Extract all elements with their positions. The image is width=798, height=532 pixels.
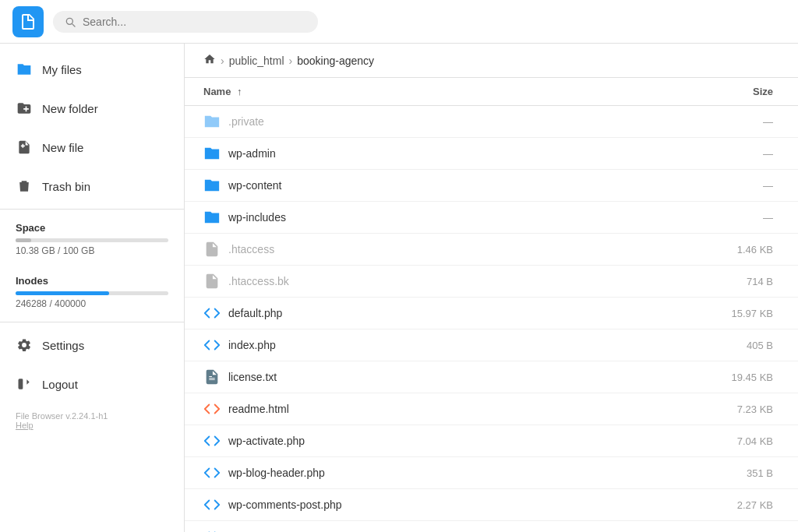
settings-icon — [16, 336, 33, 354]
sidebar-divider-1 — [0, 209, 184, 210]
breadcrumb-public-html[interactable]: public_html — [229, 55, 284, 67]
help-link[interactable]: Help — [16, 421, 34, 430]
file-name: wp-comments-post.php — [228, 499, 342, 511]
version-text: File Browser v.2.24.1-h1 — [16, 411, 168, 421]
table-row[interactable]: wp-includes— — [185, 202, 798, 234]
file-type-icon — [203, 368, 221, 386]
sidebar-logout-label: Logout — [42, 378, 78, 391]
file-type-icon — [203, 273, 221, 290]
file-name-cell: .htaccess.bk — [185, 266, 598, 298]
search-bar[interactable] — [53, 11, 318, 33]
file-name-cell: index.php — [185, 329, 598, 361]
breadcrumb-home[interactable] — [203, 53, 216, 68]
sidebar-item-trash-bin[interactable]: Trash bin — [0, 167, 184, 206]
file-name: wp-includes — [228, 211, 286, 224]
inode-label: Inodes — [16, 275, 168, 287]
file-name: index.php — [228, 339, 276, 351]
file-size: — — [598, 170, 798, 202]
new-file-icon — [16, 139, 33, 156]
space-bar-bg — [16, 238, 168, 242]
logo-icon — [19, 12, 37, 31]
table-row[interactable]: default.php15.97 KB — [185, 298, 798, 329]
search-icon — [64, 16, 76, 28]
file-type-icon — [203, 400, 221, 417]
inode-bar-fill — [16, 291, 109, 295]
sidebar-new-folder-label: New folder — [42, 102, 98, 115]
sidebar-item-new-folder[interactable]: New folder — [0, 89, 184, 128]
file-name: default.php — [228, 307, 282, 319]
file-size: 19.45 KB — [598, 361, 798, 393]
table-row[interactable]: wp-config-sample.php2.94 KB — [185, 521, 798, 533]
sidebar-item-logout[interactable]: Logout — [0, 365, 184, 403]
file-size: — — [598, 138, 798, 170]
table-row[interactable]: license.txt19.45 KB — [185, 361, 798, 393]
file-table: Name ↑ Size .private—wp-admin—wp-content… — [185, 78, 798, 532]
file-type-icon — [203, 528, 221, 532]
sidebar-trash-bin-label: Trash bin — [42, 180, 90, 193]
file-name-cell: wp-admin — [185, 138, 598, 170]
file-name: .htaccess — [228, 243, 274, 255]
sidebar-new-file-label: New file — [42, 141, 83, 154]
table-row[interactable]: wp-blog-header.php351 B — [185, 457, 798, 489]
file-name: wp-activate.php — [228, 435, 305, 447]
new-folder-icon — [16, 100, 33, 117]
table-row[interactable]: wp-activate.php7.04 KB — [185, 425, 798, 457]
file-size: — — [598, 106, 798, 138]
file-name-cell: wp-blog-header.php — [185, 457, 598, 489]
file-name-cell: default.php — [185, 298, 598, 329]
table-row[interactable]: wp-content— — [185, 170, 798, 202]
file-type-icon — [203, 432, 221, 449]
breadcrumb-booking-agency[interactable]: booking-agency — [297, 55, 374, 67]
sidebar-footer: File Browser v.2.24.1-h1 Help — [0, 403, 184, 438]
breadcrumb-sep-1: › — [221, 55, 224, 67]
sidebar-settings-label: Settings — [42, 339, 84, 352]
table-row[interactable]: wp-admin— — [185, 138, 798, 170]
table-row[interactable]: readme.html7.23 KB — [185, 393, 798, 425]
sidebar-item-settings[interactable]: Settings — [0, 326, 184, 365]
table-header: Name ↑ Size — [185, 78, 798, 106]
file-table-wrap: Name ↑ Size .private—wp-admin—wp-content… — [185, 78, 798, 532]
file-name: .htaccess.bk — [228, 275, 289, 287]
file-size: 15.97 KB — [598, 298, 798, 329]
table-row[interactable]: .private— — [185, 106, 798, 138]
file-type-icon — [203, 336, 221, 354]
file-name-cell: readme.html — [185, 393, 598, 425]
file-type-icon — [203, 464, 221, 481]
space-bar-fill — [16, 238, 31, 242]
breadcrumb-sep-2: › — [289, 55, 293, 67]
main-content: › public_html › booking-agency Name ↑ Si… — [185, 44, 798, 532]
file-name: wp-admin — [228, 147, 276, 160]
file-name: license.txt — [228, 371, 277, 383]
col-size[interactable]: Size — [598, 78, 798, 106]
sidebar-my-files-label: My files — [42, 63, 82, 76]
sort-arrow: ↑ — [237, 86, 242, 97]
file-type-icon — [203, 305, 221, 322]
breadcrumb: › public_html › booking-agency — [185, 44, 798, 78]
sidebar-item-my-files[interactable]: My files — [0, 50, 184, 89]
file-name-cell: .htaccess — [185, 234, 598, 266]
table-row[interactable]: .htaccess.bk714 B — [185, 266, 798, 298]
col-name[interactable]: Name ↑ — [185, 78, 598, 106]
file-type-icon — [203, 209, 221, 226]
search-input[interactable] — [83, 16, 307, 28]
space-text: 10.38 GB / 100 GB — [16, 245, 168, 256]
trash-icon — [16, 178, 33, 195]
file-name-cell: wp-comments-post.php — [185, 489, 598, 521]
file-size: 7.04 KB — [598, 425, 798, 457]
file-name-cell: .private — [185, 106, 598, 138]
table-row[interactable]: .htaccess1.46 KB — [185, 234, 798, 266]
folder-icon — [16, 61, 33, 78]
file-name: wp-content — [228, 179, 281, 192]
logo — [12, 6, 44, 37]
file-size: 714 B — [598, 266, 798, 298]
table-row[interactable]: wp-comments-post.php2.27 KB — [185, 489, 798, 521]
file-size: 405 B — [598, 329, 798, 361]
layout: My files New folder New file Trash bin S… — [0, 44, 798, 532]
file-type-icon — [203, 241, 221, 258]
sidebar-item-new-file[interactable]: New file — [0, 128, 184, 167]
file-size: — — [598, 202, 798, 234]
table-row[interactable]: index.php405 B — [185, 329, 798, 361]
file-size: 1.46 KB — [598, 234, 798, 266]
header — [0, 0, 798, 44]
file-type-icon — [203, 113, 221, 130]
